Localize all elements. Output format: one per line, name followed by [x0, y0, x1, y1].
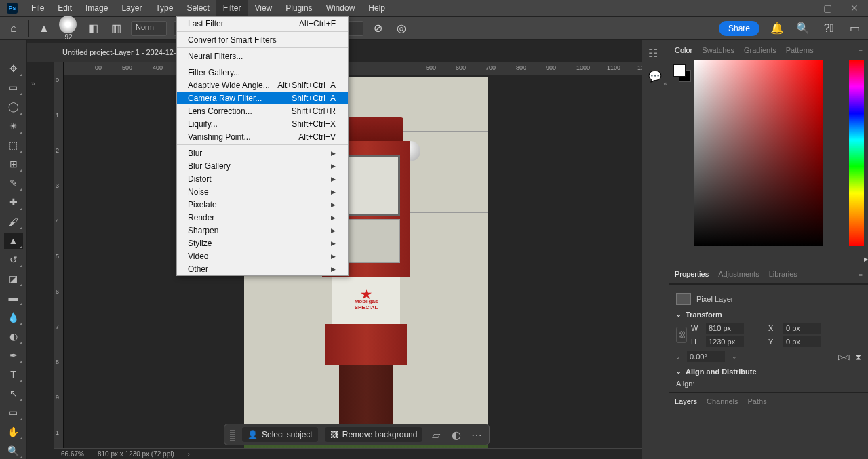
brush-panel-icon[interactable]: ▥	[108, 20, 124, 37]
remove-background-button[interactable]: 🖼 Remove background	[325, 427, 423, 442]
home-icon[interactable]: ⌂	[5, 20, 22, 37]
flip-horizontal-icon[interactable]: ▷◁	[838, 353, 849, 361]
menu-window[interactable]: Window	[319, 0, 362, 16]
minimize-button[interactable]: —	[787, 3, 814, 14]
wand-tool[interactable]: ✴	[4, 118, 23, 134]
flip-vertical-icon[interactable]: ⧗	[856, 353, 861, 361]
brush-tool[interactable]: 🖌	[4, 214, 23, 230]
zoom-tool[interactable]: 🔍	[4, 443, 23, 459]
filter-menu-item[interactable]: Vanishing Point...Alt+Ctrl+V	[177, 130, 348, 143]
filter-menu-item[interactable]: Noise▶	[177, 185, 348, 198]
tab-adjustments[interactable]: Adjustments	[718, 266, 760, 282]
crop-tool[interactable]: ⬚	[4, 137, 23, 153]
menu-edit[interactable]: Edit	[51, 0, 79, 16]
filter-menu-item[interactable]: Camera Raw Filter...Shift+Ctrl+A	[177, 92, 348, 104]
filter-menu-item[interactable]: Blur▶	[177, 146, 348, 159]
blur-tool[interactable]: 💧	[4, 308, 23, 325]
blend-mode-select[interactable]: Norm	[131, 21, 167, 36]
layers-panel-icon[interactable]: ☷	[648, 47, 663, 62]
eraser-tool[interactable]: ◪	[4, 271, 23, 287]
filter-menu-item[interactable]: Other▶	[177, 262, 348, 275]
menu-view[interactable]: View	[248, 0, 279, 16]
filter-menu-item[interactable]: Pixelate▶	[177, 198, 348, 211]
filter-menu-item[interactable]: Adaptive Wide Angle...Alt+Shift+Ctrl+A	[177, 79, 348, 92]
chevron-right-icon[interactable]: ›	[188, 451, 190, 458]
hand-tool[interactable]: ✋	[4, 424, 23, 440]
clone-stamp-tool[interactable]: ▲	[4, 233, 23, 249]
menu-layer[interactable]: Layer	[115, 0, 149, 16]
color-swatch[interactable]	[673, 64, 691, 82]
filter-menu-item[interactable]: Lens Correction...Shift+Ctrl+R	[177, 104, 348, 117]
menu-filter[interactable]: Filter	[216, 0, 248, 16]
y-input[interactable]	[783, 336, 821, 347]
filter-menu-item[interactable]: Neural Filters...	[177, 49, 348, 62]
workspace-icon[interactable]: ▭	[846, 20, 863, 37]
close-button[interactable]: ✕	[841, 3, 868, 14]
color-field[interactable]	[694, 60, 823, 246]
more-icon[interactable]: ⋯	[470, 428, 484, 441]
clone-stamp-tool-icon[interactable]: ▲	[36, 20, 52, 37]
heal-tool[interactable]: ✚	[4, 194, 23, 210]
menu-type[interactable]: Type	[149, 0, 180, 16]
drag-handle-icon[interactable]	[230, 428, 235, 441]
zoom-value[interactable]: 66.67%	[61, 450, 84, 458]
dodge-tool[interactable]: ◐	[4, 328, 23, 344]
brush-settings-icon[interactable]: ◧	[85, 20, 101, 37]
help-icon[interactable]: ?⃝	[821, 20, 837, 37]
pen-tool[interactable]: ✒	[4, 347, 23, 363]
menu-file[interactable]: File	[24, 0, 51, 16]
transform-icon[interactable]: ▱	[429, 428, 443, 441]
panel-menu-icon[interactable]: ≡	[859, 46, 863, 54]
shape-tool[interactable]: ▭	[4, 404, 23, 420]
expand-panels-icon[interactable]: «	[663, 80, 667, 87]
x-input[interactable]	[783, 323, 821, 334]
tab-color[interactable]: Color	[675, 42, 692, 58]
hue-slider[interactable]	[849, 60, 864, 246]
rotation-input[interactable]	[687, 351, 725, 362]
frame-tool[interactable]: ⊞	[4, 156, 23, 172]
tab-libraries[interactable]: Libraries	[769, 266, 797, 282]
tab-gradients[interactable]: Gradients	[744, 42, 776, 58]
align-section-header[interactable]: ⌄ Align and Distribute	[676, 367, 861, 376]
filter-menu-item[interactable]: Render▶	[177, 211, 348, 224]
select-subject-button[interactable]: 👤 Select subject	[242, 427, 318, 442]
history-brush-tool[interactable]: ↺	[4, 252, 23, 268]
eyedropper-tool[interactable]: ✎	[4, 175, 23, 191]
height-input[interactable]	[706, 336, 744, 347]
filter-menu-item[interactable]: Video▶	[177, 250, 348, 262]
tab-channels[interactable]: Channels	[707, 397, 738, 405]
lasso-tool[interactable]: ◯	[4, 98, 23, 115]
panel-menu-icon[interactable]: ≡	[859, 270, 863, 278]
move-tool[interactable]: ✥	[4, 60, 23, 77]
filter-menu-item[interactable]: Blur Gallery▶	[177, 159, 348, 172]
maximize-button[interactable]: ▢	[814, 3, 841, 14]
search-icon[interactable]: 🔍	[795, 20, 811, 37]
path-tool[interactable]: ↖	[4, 385, 23, 401]
comments-panel-icon[interactable]: 💬	[648, 70, 663, 85]
filter-menu-item[interactable]: Filter Gallery...	[177, 66, 348, 79]
marquee-tool[interactable]: ▭	[4, 79, 23, 96]
link-wh-icon[interactable]: ⛓	[676, 327, 687, 343]
bell-icon[interactable]: 🔔	[769, 20, 785, 37]
filter-menu-item[interactable]: Stylize▶	[177, 237, 348, 250]
foreground-color[interactable]	[673, 64, 686, 77]
ignore-adjustment-icon[interactable]: ⊘	[370, 20, 387, 37]
filter-menu-item[interactable]: Convert for Smart Filters	[177, 33, 348, 46]
dropdown-icon[interactable]: ⌄	[732, 353, 737, 360]
tab-layers[interactable]: Layers	[675, 397, 697, 405]
menu-help[interactable]: Help	[361, 0, 392, 16]
filter-menu-item[interactable]: Distort▶	[177, 172, 348, 185]
transform-section-header[interactable]: ⌄ Transform	[676, 311, 861, 319]
tab-patterns[interactable]: Patterns	[786, 42, 814, 58]
tab-swatches[interactable]: Swatches	[702, 42, 734, 58]
filter-menu-item[interactable]: Liquify...Shift+Ctrl+X	[177, 117, 348, 130]
pressure-size-icon[interactable]: ◎	[393, 20, 410, 37]
menu-plugins[interactable]: Plugins	[279, 0, 319, 16]
brush-preview-icon[interactable]	[59, 16, 77, 33]
gradient-tool[interactable]: ▬	[4, 290, 23, 306]
mask-icon[interactable]: ◐	[450, 428, 463, 441]
type-tool[interactable]: T	[4, 366, 23, 382]
menu-select[interactable]: Select	[180, 0, 216, 16]
tab-paths[interactable]: Paths	[748, 397, 767, 405]
expand-left-icon[interactable]: »	[31, 80, 35, 87]
